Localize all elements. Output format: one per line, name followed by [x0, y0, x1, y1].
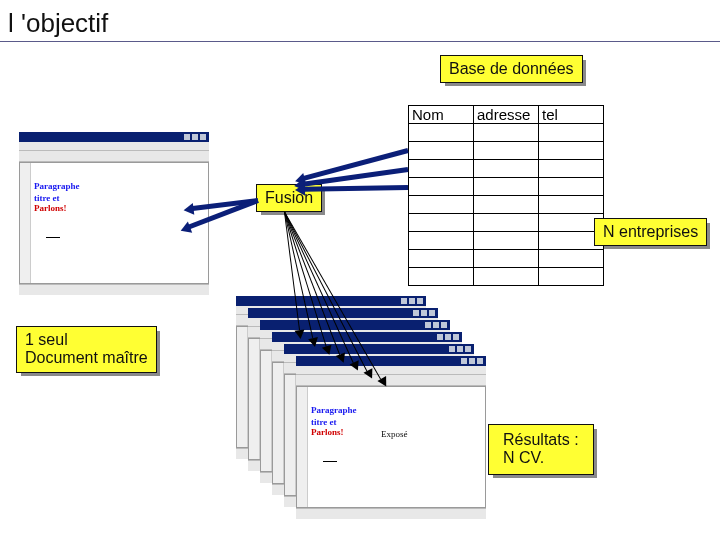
doc-t2: titre et [34, 193, 60, 203]
toolbar [19, 151, 209, 162]
cell [539, 178, 604, 196]
connector [304, 185, 408, 192]
master-l2: Document maître [25, 349, 148, 366]
cell [539, 160, 604, 178]
result-window: Paragraphetitre etParlons!Exposé [296, 356, 486, 519]
label-master-doc: 1 seul Document maître [16, 326, 157, 373]
col-adresse: adresse [474, 106, 539, 124]
cell [409, 268, 474, 286]
cell [474, 160, 539, 178]
data-table: Nom adresse tel [408, 105, 604, 286]
cell [409, 160, 474, 178]
cell [409, 142, 474, 160]
master-l1: 1 seul [25, 331, 68, 348]
cell [474, 124, 539, 142]
cell [409, 250, 474, 268]
title-rule [0, 41, 720, 42]
cell [539, 250, 604, 268]
cell [409, 124, 474, 142]
results-l2: N CV. [503, 449, 544, 466]
label-results: Résultats : N CV. [488, 424, 594, 475]
doc-t1: Paragraphe [34, 181, 80, 191]
cell [409, 232, 474, 250]
col-tel: tel [539, 106, 604, 124]
doc-t3: Parlons! [34, 203, 67, 213]
statusbar [19, 284, 209, 295]
cell [539, 124, 604, 142]
cell [539, 268, 604, 286]
titlebar [19, 132, 209, 142]
cell [474, 268, 539, 286]
menubar [19, 142, 209, 151]
col-nom: Nom [409, 106, 474, 124]
cell [474, 214, 539, 232]
cell [409, 178, 474, 196]
label-n-entreprises: N entreprises [594, 218, 707, 246]
cell [409, 196, 474, 214]
results-l1: Résultats : [503, 431, 579, 448]
cell [474, 142, 539, 160]
cell [474, 232, 539, 250]
cell [474, 178, 539, 196]
cell [474, 250, 539, 268]
cell [539, 142, 604, 160]
master-window: Paragraphe titre et Parlons! [19, 132, 209, 295]
arrow-tip [294, 329, 305, 339]
cell [539, 196, 604, 214]
cell [474, 196, 539, 214]
label-database: Base de données [440, 55, 583, 83]
cell [409, 214, 474, 232]
page-title: l 'objectif [8, 8, 108, 39]
